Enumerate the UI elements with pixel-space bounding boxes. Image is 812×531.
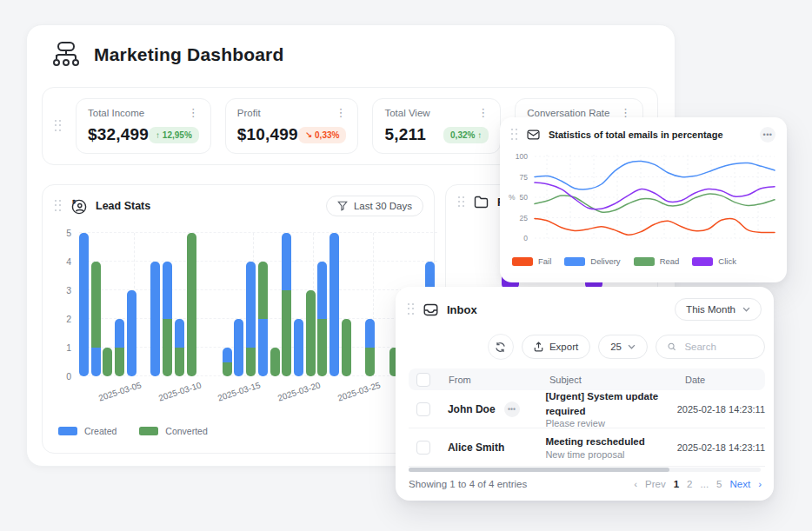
envelope-icon	[527, 129, 540, 140]
bar	[246, 262, 256, 376]
y-axis-tick-label: 75	[520, 173, 529, 182]
kebab-menu-icon[interactable]: ⋮	[188, 109, 199, 117]
bar-segment	[115, 348, 124, 376]
pagination-item[interactable]: ‹	[634, 479, 637, 489]
kpi-title: Profit	[237, 108, 261, 118]
more-options-button[interactable]: •••	[760, 127, 775, 143]
kpi-card-top: Total View⋮	[384, 108, 489, 118]
export-button[interactable]: Export	[522, 335, 590, 359]
kpi-value: 5,211	[384, 125, 426, 144]
bar-segment	[150, 262, 160, 376]
inbox-table: FromSubjectDateJohn Doe•••[Urgent] Syste…	[409, 368, 765, 467]
legend-label: Converted	[165, 426, 207, 436]
email-stats-title: Statistics of total emails in percentage	[549, 129, 723, 140]
column-header: Date	[685, 375, 765, 385]
drag-handle-icon[interactable]	[458, 196, 465, 209]
scrollbar-thumb[interactable]	[409, 468, 669, 472]
bar	[223, 348, 232, 376]
drag-handle-icon[interactable]	[55, 200, 62, 212]
search-box[interactable]	[656, 335, 765, 359]
bar-segment	[223, 348, 232, 362]
bar-segment	[342, 319, 351, 376]
search-input[interactable]	[682, 341, 753, 353]
email-stats-card: Statistics of total emails in percentage…	[500, 117, 787, 282]
table-row[interactable]: John Doe•••[Urgent] System update requir…	[409, 390, 765, 428]
pagination-item[interactable]: 1	[674, 479, 679, 489]
row-checkbox[interactable]	[416, 402, 430, 416]
row-actions-button[interactable]: •••	[504, 402, 520, 417]
y-axis-tick-label: 25	[520, 214, 529, 222]
kebab-menu-icon[interactable]: ⋮	[477, 109, 489, 117]
funnel-icon	[337, 201, 348, 211]
pagination-item[interactable]: 5	[716, 479, 722, 489]
legend-item: Read	[634, 256, 680, 266]
preview-text: Please review	[545, 418, 676, 428]
pagination-item[interactable]: ›	[758, 479, 762, 489]
kpi-card-top: Total Income⋮	[88, 108, 199, 118]
kebab-menu-icon[interactable]: ⋮	[620, 109, 631, 117]
bar-segment	[187, 233, 196, 376]
legend-item: Delivery	[564, 256, 620, 266]
refresh-button[interactable]	[488, 334, 514, 360]
row-checkbox[interactable]	[416, 441, 430, 455]
legend-label: Delivery	[590, 256, 620, 266]
page-size-select[interactable]: 25	[598, 335, 648, 359]
export-icon	[534, 342, 543, 352]
bar	[329, 233, 339, 376]
gridline	[79, 232, 437, 233]
bar-segment	[317, 262, 327, 319]
bar	[365, 319, 375, 376]
bar-segment	[91, 262, 101, 348]
search-icon	[668, 342, 676, 352]
column-header: From	[449, 375, 549, 385]
pagination-item[interactable]: ...	[701, 479, 709, 489]
legend-swatch	[692, 257, 713, 266]
period-select[interactable]: This Month	[675, 298, 762, 321]
drag-handle-icon[interactable]	[408, 303, 415, 315]
inbox-toolbar: Export 25	[488, 334, 765, 360]
kebab-menu-icon[interactable]: ⋮	[335, 109, 346, 117]
inbox-icon	[423, 303, 438, 316]
select-all-checkbox[interactable]	[416, 373, 430, 387]
period-select-value: This Month	[686, 304, 735, 315]
from-cell: John Doe•••	[448, 402, 546, 417]
subject-text: [Urgent] System update required	[545, 389, 676, 418]
horizontal-scrollbar[interactable]	[409, 468, 761, 472]
pagination-item[interactable]: 2	[687, 479, 692, 489]
page-size-value: 25	[610, 342, 622, 352]
bar-segment	[91, 348, 101, 376]
date-filter-button[interactable]: Last 30 Days	[326, 196, 423, 216]
bar-segment	[79, 233, 89, 376]
drag-handle-icon[interactable]	[511, 129, 518, 141]
y-axis-tick-label: 3	[66, 285, 71, 295]
sitemap-icon	[50, 40, 82, 69]
kpi-trend-badge: ↑ 12,95%	[149, 127, 199, 143]
bar-segment	[175, 319, 184, 348]
date-cell: 2025-02-18 14:23:11	[677, 442, 765, 453]
row-checkbox-cell	[409, 402, 448, 416]
pagination-item[interactable]: Prev	[645, 479, 666, 489]
row-checkbox-cell	[409, 441, 448, 455]
bar	[187, 233, 196, 376]
pagination-item[interactable]: Next	[730, 479, 751, 489]
kpi-card: Total View⋮5,2110,32% ↑	[372, 98, 501, 154]
lead-stats-header: $ Lead Stats Last 30 Days	[55, 196, 423, 216]
bar-segment	[365, 348, 375, 376]
legend-swatch	[139, 427, 158, 435]
bar	[175, 319, 184, 376]
bar-segment	[127, 290, 136, 376]
bar	[270, 348, 280, 376]
table-header-row: FromSubjectDate	[409, 368, 765, 390]
table-row[interactable]: Alice SmithMeeting rescheduledNew time p…	[409, 428, 765, 467]
svg-text:$: $	[73, 199, 77, 204]
x-axis-tick-label: 2025-03-05	[97, 380, 143, 402]
pagination: ‹Prev12...5Next›	[634, 479, 762, 489]
line-chart-svg: 0255075100%	[505, 149, 782, 251]
bar	[150, 262, 160, 376]
y-axis-tick-label: 5	[66, 228, 71, 238]
bar-segment	[365, 319, 375, 348]
inbox-header: Inbox This Month	[408, 298, 762, 321]
lead-icon: $	[70, 198, 87, 215]
drag-handle-icon[interactable]	[55, 120, 62, 132]
subject-cell: Meeting rescheduledNew time proposal	[545, 435, 676, 460]
